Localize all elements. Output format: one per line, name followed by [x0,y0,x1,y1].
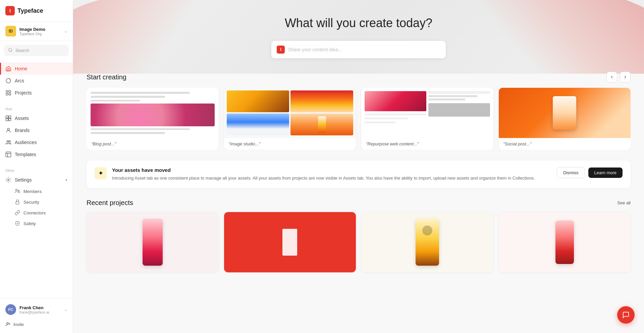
template-card-image-studio[interactable]: "Image studio..." [224,88,356,150]
main-content: What will you create today? I Share your… [73,0,644,286]
template-label-blog: "Blog post..." [87,138,219,150]
sidebar-label-assets: Assets [15,116,29,121]
main-area: What will you create today? I Share your… [73,0,644,333]
svg-point-18 [16,189,17,191]
sidebar-label-arcs: Arcs [15,78,24,83]
see-all-button[interactable]: See all [617,200,631,205]
sidebar-item-settings[interactable]: Settings ▾ [0,174,73,186]
sidebar-item-templates[interactable]: Templates [0,148,73,160]
user-profile[interactable]: FC Frank Chen frank@typeface.ai ⌄ [0,301,73,318]
notice-content: Your assets have moved Introducing Asset… [112,167,551,182]
project-cards [87,212,631,272]
sidebar-label-brands: Brands [15,128,30,133]
sidebar-label-templates: Templates [15,152,36,157]
template-label-repurpose: "Repurpose web content..." [361,138,493,150]
svg-rect-9 [6,119,8,121]
dismiss-button[interactable]: Dismiss [557,167,585,178]
svg-rect-10 [9,119,11,121]
template-img-social [499,88,631,138]
content-input-wrapper: I Share your content idea... [87,41,631,58]
template-label-studio: "Image studio..." [224,138,356,150]
svg-rect-5 [6,93,8,95]
sidebar-item-connectors[interactable]: Connectors [0,207,73,218]
project-card-3[interactable] [361,212,493,272]
user-chevron-icon: ⌄ [64,307,67,312]
sidebar-item-security[interactable]: Security [0,197,73,207]
projects-icon [5,90,11,96]
notice-actions: Dismiss Learn more [557,167,623,178]
sidebar-item-projects[interactable]: Projects [0,87,73,99]
sidebar-item-safety[interactable]: Safety [0,218,73,229]
search-label: Search [15,48,29,53]
content-input-box[interactable]: I Share your content idea... [271,41,446,58]
template-img-repurpose [361,88,493,138]
project-card-1[interactable] [87,212,219,272]
project-img-2 [224,212,356,272]
svg-point-19 [18,190,19,192]
project-img-3 [361,212,493,272]
arcs-icon [5,78,11,84]
sidebar-label-audiences: Audiences [15,140,37,145]
search-box[interactable]: Search [4,45,69,56]
svg-point-0 [9,48,12,51]
settings-chevron-icon: ▾ [65,178,67,182]
logo-icon: I [5,6,15,15]
template-card-repurpose[interactable]: "Repurpose web content..." [361,88,493,150]
members-icon [15,189,20,194]
app-name: Typeface [17,7,43,14]
page-title: What will you create today? [87,0,631,30]
other-section: Other Settings ▾ Members [0,163,73,231]
template-img-studio [224,88,356,138]
learn-more-button[interactable]: Learn more [588,168,623,178]
svg-point-17 [8,179,9,181]
project-card-4[interactable] [499,212,631,272]
template-img-blog [87,88,219,138]
notice-title: Your assets have moved [112,167,551,173]
content-input-logo: I [277,46,285,54]
safety-icon [15,221,20,226]
notice-icon: ✦ [95,167,107,179]
svg-rect-8 [9,116,11,118]
sidebar-item-assets[interactable]: Assets [0,112,73,124]
sidebar-item-members[interactable]: Members [0,186,73,197]
carousel-next-button[interactable] [620,72,631,82]
svg-rect-3 [6,90,8,92]
svg-rect-14 [6,152,11,157]
project-card-2[interactable] [224,212,356,272]
home-icon [5,66,11,72]
org-sub: Typeface Org [19,32,61,36]
sidebar-item-arcs[interactable]: Arcs [0,75,73,87]
hub-label: Hub [0,104,73,112]
sidebar-item-brands[interactable]: Brands [0,124,73,136]
org-name: Image Demo [19,27,61,32]
user-email: frank@typeface.ai [19,310,61,314]
templates-icon [5,151,11,157]
user-info: Frank Chen frank@typeface.ai [19,305,61,314]
connectors-label: Connectors [23,210,46,215]
invite-label: Invite [13,322,24,327]
sidebar-item-home[interactable]: Home [0,63,73,75]
svg-point-12 [7,141,9,142]
sidebar-label-home: Home [15,66,27,71]
carousel-prev-button[interactable] [606,72,617,82]
chat-fab[interactable] [617,306,635,324]
main-nav: Home Arcs Projects [0,60,73,102]
sidebar-item-audiences[interactable]: Audiences [0,136,73,148]
project-img-4 [499,212,631,272]
assets-icon [5,115,11,121]
org-avatar: ID [5,26,16,37]
invite-button[interactable]: Invite [0,318,73,330]
svg-rect-4 [9,90,11,92]
svg-rect-7 [6,116,8,118]
members-label: Members [23,189,42,194]
app-logo[interactable]: I Typeface [0,0,73,22]
org-selector[interactable]: ID Image Demo Typeface Org ⌄ [0,22,73,41]
template-card-blog[interactable]: "Blog post..." [87,88,219,150]
sidebar: I Typeface ID Image Demo Typeface Org ⌄ … [0,0,73,333]
carousel-nav [606,72,631,82]
start-creating-header: Start creating [87,72,631,82]
template-card-social[interactable]: "Social post..." [499,88,631,150]
settings-label: Settings [15,177,32,183]
start-creating-title: Start creating [87,73,126,81]
safety-label: Safety [23,221,36,226]
